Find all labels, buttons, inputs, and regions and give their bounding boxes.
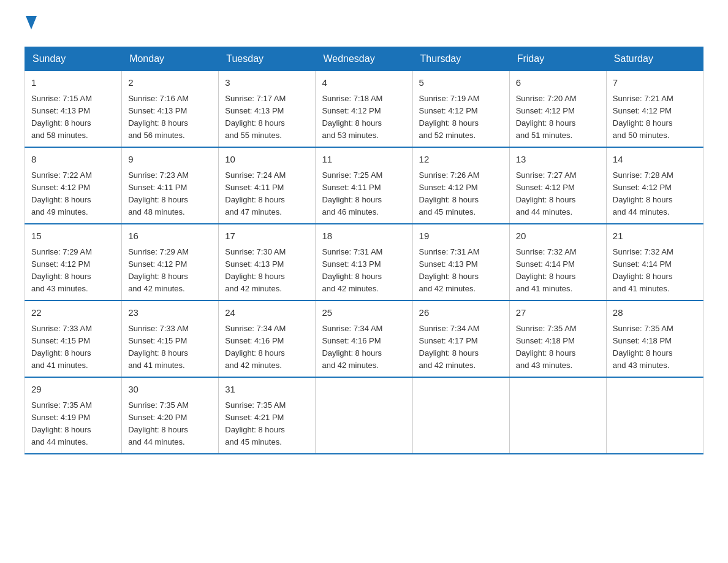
day-info: Sunrise: 7:25 AMSunset: 4:11 PMDaylight:… xyxy=(322,169,406,219)
day-number: 23 xyxy=(128,306,212,320)
calendar-header-row: SundayMondayTuesdayWednesdayThursdayFrid… xyxy=(25,47,703,71)
header-monday: Monday xyxy=(122,47,219,71)
calendar-cell: 26Sunrise: 7:34 AMSunset: 4:17 PMDayligh… xyxy=(412,301,509,377)
day-info: Sunrise: 7:33 AMSunset: 4:15 PMDaylight:… xyxy=(31,323,115,372)
day-number: 27 xyxy=(516,306,600,320)
header-saturday: Saturday xyxy=(606,47,703,71)
day-number: 13 xyxy=(516,153,600,167)
day-number: 20 xyxy=(516,229,600,243)
calendar-cell: 31Sunrise: 7:35 AMSunset: 4:21 PMDayligh… xyxy=(219,377,316,454)
day-number: 29 xyxy=(31,383,115,397)
logo-triangle-icon xyxy=(26,16,37,29)
calendar-cell xyxy=(606,377,703,454)
calendar-cell: 18Sunrise: 7:31 AMSunset: 4:13 PMDayligh… xyxy=(316,224,412,301)
calendar-cell: 14Sunrise: 7:28 AMSunset: 4:12 PMDayligh… xyxy=(606,147,703,224)
calendar-cell: 13Sunrise: 7:27 AMSunset: 4:12 PMDayligh… xyxy=(509,147,606,224)
day-number: 26 xyxy=(419,306,503,320)
day-info: Sunrise: 7:18 AMSunset: 4:12 PMDaylight:… xyxy=(322,93,406,142)
calendar-cell: 24Sunrise: 7:34 AMSunset: 4:16 PMDayligh… xyxy=(219,301,316,377)
header-wednesday: Wednesday xyxy=(316,47,412,71)
day-number: 19 xyxy=(419,229,503,243)
day-number: 12 xyxy=(419,153,503,167)
day-info: Sunrise: 7:29 AMSunset: 4:12 PMDaylight:… xyxy=(31,246,115,296)
calendar-cell: 25Sunrise: 7:34 AMSunset: 4:16 PMDayligh… xyxy=(316,301,412,377)
day-info: Sunrise: 7:31 AMSunset: 4:13 PMDaylight:… xyxy=(419,246,503,296)
day-info: Sunrise: 7:35 AMSunset: 4:18 PMDaylight:… xyxy=(613,323,697,372)
day-info: Sunrise: 7:19 AMSunset: 4:12 PMDaylight:… xyxy=(419,93,503,142)
day-info: Sunrise: 7:29 AMSunset: 4:12 PMDaylight:… xyxy=(128,246,212,296)
calendar-cell: 8Sunrise: 7:22 AMSunset: 4:12 PMDaylight… xyxy=(25,147,122,224)
day-info: Sunrise: 7:34 AMSunset: 4:17 PMDaylight:… xyxy=(419,323,503,372)
day-info: Sunrise: 7:27 AMSunset: 4:12 PMDaylight:… xyxy=(516,169,600,219)
day-number: 18 xyxy=(322,229,406,243)
day-number: 31 xyxy=(225,383,309,397)
day-info: Sunrise: 7:35 AMSunset: 4:18 PMDaylight:… xyxy=(516,323,600,372)
day-number: 28 xyxy=(613,306,697,320)
calendar-cell xyxy=(412,377,509,454)
day-info: Sunrise: 7:32 AMSunset: 4:14 PMDaylight:… xyxy=(516,246,600,296)
page-header xyxy=(25,18,703,34)
day-number: 17 xyxy=(225,229,309,243)
calendar-cell: 12Sunrise: 7:26 AMSunset: 4:12 PMDayligh… xyxy=(412,147,509,224)
day-number: 30 xyxy=(128,383,212,397)
calendar-cell: 4Sunrise: 7:18 AMSunset: 4:12 PMDaylight… xyxy=(316,71,412,148)
calendar-cell: 17Sunrise: 7:30 AMSunset: 4:13 PMDayligh… xyxy=(219,224,316,301)
header-friday: Friday xyxy=(509,47,606,71)
calendar-week-row: 8Sunrise: 7:22 AMSunset: 4:12 PMDaylight… xyxy=(25,147,703,224)
day-number: 1 xyxy=(31,76,115,90)
day-info: Sunrise: 7:17 AMSunset: 4:13 PMDaylight:… xyxy=(225,93,309,142)
logo xyxy=(25,18,37,34)
calendar-cell: 30Sunrise: 7:35 AMSunset: 4:20 PMDayligh… xyxy=(122,377,219,454)
calendar-cell xyxy=(316,377,412,454)
calendar-cell xyxy=(509,377,606,454)
calendar-cell: 10Sunrise: 7:24 AMSunset: 4:11 PMDayligh… xyxy=(219,147,316,224)
calendar-cell: 5Sunrise: 7:19 AMSunset: 4:12 PMDaylight… xyxy=(412,71,509,148)
day-info: Sunrise: 7:23 AMSunset: 4:11 PMDaylight:… xyxy=(128,169,212,219)
day-info: Sunrise: 7:35 AMSunset: 4:19 PMDaylight:… xyxy=(31,399,115,449)
day-number: 11 xyxy=(322,153,406,167)
day-info: Sunrise: 7:26 AMSunset: 4:12 PMDaylight:… xyxy=(419,169,503,219)
svg-marker-0 xyxy=(26,16,37,29)
day-info: Sunrise: 7:21 AMSunset: 4:12 PMDaylight:… xyxy=(613,93,697,142)
header-sunday: Sunday xyxy=(25,47,122,71)
calendar-cell: 19Sunrise: 7:31 AMSunset: 4:13 PMDayligh… xyxy=(412,224,509,301)
day-number: 6 xyxy=(516,76,600,90)
calendar-week-row: 1Sunrise: 7:15 AMSunset: 4:13 PMDaylight… xyxy=(25,71,703,148)
day-info: Sunrise: 7:16 AMSunset: 4:13 PMDaylight:… xyxy=(128,93,212,142)
day-info: Sunrise: 7:33 AMSunset: 4:15 PMDaylight:… xyxy=(128,323,212,372)
day-number: 14 xyxy=(613,153,697,167)
calendar-cell: 21Sunrise: 7:32 AMSunset: 4:14 PMDayligh… xyxy=(606,224,703,301)
header-tuesday: Tuesday xyxy=(219,47,316,71)
day-number: 22 xyxy=(31,306,115,320)
day-number: 16 xyxy=(128,229,212,243)
day-info: Sunrise: 7:24 AMSunset: 4:11 PMDaylight:… xyxy=(225,169,309,219)
day-info: Sunrise: 7:30 AMSunset: 4:13 PMDaylight:… xyxy=(225,246,309,296)
day-number: 2 xyxy=(128,76,212,90)
day-number: 24 xyxy=(225,306,309,320)
header-thursday: Thursday xyxy=(412,47,509,71)
logo-general-line xyxy=(25,18,37,34)
calendar-cell: 16Sunrise: 7:29 AMSunset: 4:12 PMDayligh… xyxy=(122,224,219,301)
day-info: Sunrise: 7:31 AMSunset: 4:13 PMDaylight:… xyxy=(322,246,406,296)
day-info: Sunrise: 7:35 AMSunset: 4:21 PMDaylight:… xyxy=(225,399,309,449)
calendar-cell: 1Sunrise: 7:15 AMSunset: 4:13 PMDaylight… xyxy=(25,71,122,148)
day-number: 3 xyxy=(225,76,309,90)
calendar-cell: 11Sunrise: 7:25 AMSunset: 4:11 PMDayligh… xyxy=(316,147,412,224)
calendar-week-row: 22Sunrise: 7:33 AMSunset: 4:15 PMDayligh… xyxy=(25,301,703,377)
calendar-cell: 9Sunrise: 7:23 AMSunset: 4:11 PMDaylight… xyxy=(122,147,219,224)
calendar-week-row: 29Sunrise: 7:35 AMSunset: 4:19 PMDayligh… xyxy=(25,377,703,454)
calendar-cell: 3Sunrise: 7:17 AMSunset: 4:13 PMDaylight… xyxy=(219,71,316,148)
calendar-cell: 6Sunrise: 7:20 AMSunset: 4:12 PMDaylight… xyxy=(509,71,606,148)
calendar-cell: 7Sunrise: 7:21 AMSunset: 4:12 PMDaylight… xyxy=(606,71,703,148)
day-number: 10 xyxy=(225,153,309,167)
day-info: Sunrise: 7:35 AMSunset: 4:20 PMDaylight:… xyxy=(128,399,212,449)
calendar-cell: 20Sunrise: 7:32 AMSunset: 4:14 PMDayligh… xyxy=(509,224,606,301)
day-number: 5 xyxy=(419,76,503,90)
day-number: 8 xyxy=(31,153,115,167)
day-info: Sunrise: 7:34 AMSunset: 4:16 PMDaylight:… xyxy=(225,323,309,372)
calendar-cell: 29Sunrise: 7:35 AMSunset: 4:19 PMDayligh… xyxy=(25,377,122,454)
calendar-cell: 15Sunrise: 7:29 AMSunset: 4:12 PMDayligh… xyxy=(25,224,122,301)
day-info: Sunrise: 7:15 AMSunset: 4:13 PMDaylight:… xyxy=(31,93,115,142)
day-info: Sunrise: 7:28 AMSunset: 4:12 PMDaylight:… xyxy=(613,169,697,219)
calendar-cell: 23Sunrise: 7:33 AMSunset: 4:15 PMDayligh… xyxy=(122,301,219,377)
